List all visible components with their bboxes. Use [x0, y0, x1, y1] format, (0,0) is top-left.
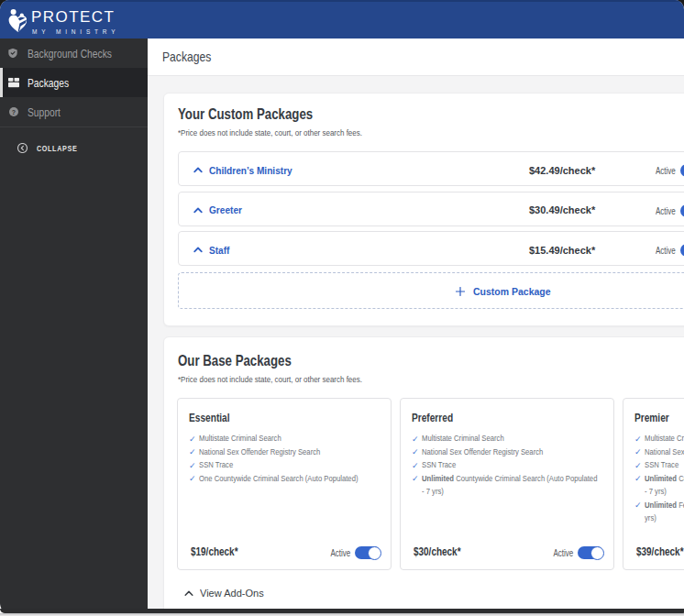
- svg-text:?: ?: [12, 109, 16, 116]
